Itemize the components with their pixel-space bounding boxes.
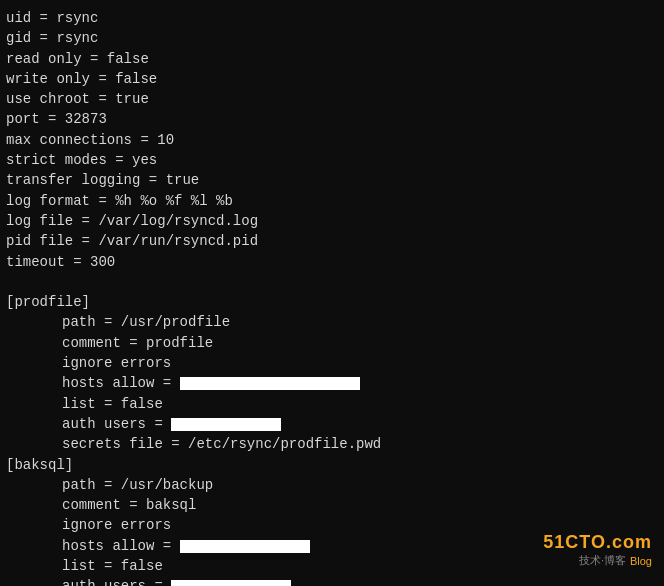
line-transfer-logging: transfer logging = true <box>6 170 658 190</box>
line-prodfile-path: path = /usr/prodfile <box>6 312 658 332</box>
line-pid-file: pid file = /var/run/rsyncd.pid <box>6 231 658 251</box>
line-use-chroot: use chroot = true <box>6 89 658 109</box>
line-prodfile-hosts-allow: hosts allow = <box>6 373 658 393</box>
redacted-baksql-auth <box>171 580 291 586</box>
line-port: port = 32873 <box>6 109 658 129</box>
line-gid: gid = rsync <box>6 28 658 48</box>
line-prodfile-secrets: secrets file = /etc/rsync/prodfile.pwd <box>6 434 658 454</box>
line-strict-modes: strict modes = yes <box>6 150 658 170</box>
line-log-file: log file = /var/log/rsyncd.log <box>6 211 658 231</box>
redacted-baksql-hosts <box>180 540 310 553</box>
line-baksql-path: path = /usr/backup <box>6 475 658 495</box>
line-prodfile-comment: comment = prodfile <box>6 333 658 353</box>
line-max-connections: max connections = 10 <box>6 130 658 150</box>
terminal-content: uid = rsync gid = rsync read only = fals… <box>6 8 658 586</box>
line-baksql-header: [baksql] <box>6 455 658 475</box>
line-prodfile-auth-users: auth users = <box>6 414 658 434</box>
line-log-format: log format = %h %o %f %l %b <box>6 191 658 211</box>
watermark-subtitle: 技术·博客 <box>579 553 626 568</box>
line-read-only: read only = false <box>6 49 658 69</box>
redacted-prodfile-auth <box>171 418 281 431</box>
line-prodfile-ignore-errors: ignore errors <box>6 353 658 373</box>
terminal-window: uid = rsync gid = rsync read only = fals… <box>0 0 664 586</box>
line-timeout: timeout = 300 <box>6 252 658 272</box>
line-prodfile-list: list = false <box>6 394 658 414</box>
watermark-blog: Blog <box>630 555 652 567</box>
line-baksql-comment: comment = baksql <box>6 495 658 515</box>
line-write-only: write only = false <box>6 69 658 89</box>
watermark-site: 51CTO.com <box>543 532 652 553</box>
redacted-prodfile-hosts <box>180 377 360 390</box>
watermark: 51CTO.com 技术·博客 Blog <box>543 532 652 568</box>
line-uid: uid = rsync <box>6 8 658 28</box>
line-prodfile-header: [prodfile] <box>6 292 658 312</box>
line-baksql-auth-users: auth users = <box>6 576 658 586</box>
line-blank-1 <box>6 272 658 292</box>
